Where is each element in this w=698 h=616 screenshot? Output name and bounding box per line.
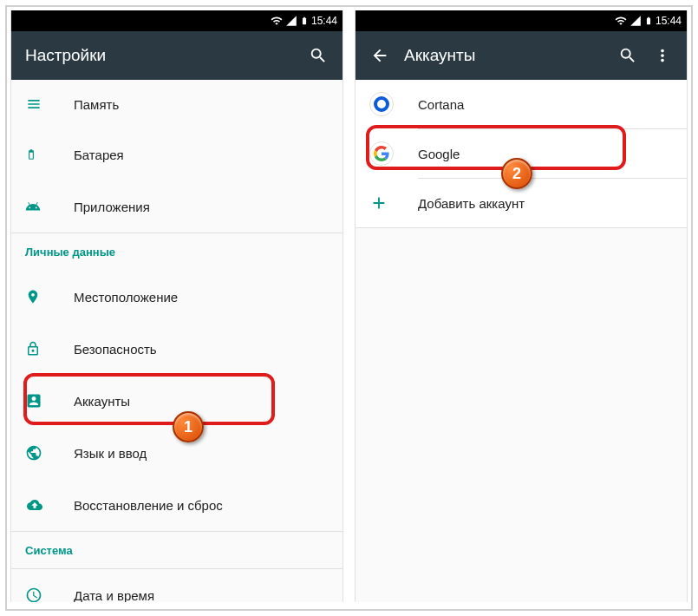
lock-icon: [25, 340, 41, 357]
label-battery: Батарея: [74, 147, 124, 162]
app-bar-accounts: Аккаунты: [356, 31, 687, 80]
clock-icon: [25, 587, 42, 602]
label-add: Добавить аккаунт: [418, 196, 525, 211]
page-title: Аккаунты: [404, 46, 610, 65]
arrow-back-icon: [370, 46, 389, 65]
page-title: Настройки: [25, 46, 301, 65]
overflow-button[interactable]: [645, 38, 680, 73]
row-google[interactable]: Google: [356, 129, 687, 178]
memory-icon: [25, 95, 42, 113]
row-datetime[interactable]: Дата и время: [11, 569, 342, 602]
cell-signal-icon: [630, 15, 642, 27]
label-cortana: Cortana: [418, 97, 464, 112]
row-battery[interactable]: Батарея: [11, 128, 342, 180]
row-memory[interactable]: Память: [11, 80, 342, 128]
back-button[interactable]: [362, 38, 397, 73]
globe-icon: [25, 444, 42, 462]
label-security: Безопасность: [74, 342, 157, 357]
label-memory: Память: [74, 97, 119, 112]
location-icon: [25, 287, 41, 306]
wifi-icon: [615, 15, 627, 27]
wifi-icon: [271, 15, 283, 27]
battery-icon: [644, 15, 653, 27]
battery-icon: [300, 15, 309, 27]
settings-list: Память Батарея Приложения Личные данные …: [11, 80, 342, 602]
plus-icon: [369, 193, 388, 213]
app-bar-settings: Настройки: [11, 31, 342, 80]
row-accounts[interactable]: Аккаунты: [11, 375, 342, 427]
account-icon: [25, 392, 42, 410]
more-vert-icon: [653, 46, 672, 65]
row-location[interactable]: Местоположение: [11, 271, 342, 323]
apps-icon: [25, 198, 41, 215]
phone-settings: 15:44 Настройки Память Батарея Приложени…: [10, 10, 343, 602]
row-cortana[interactable]: Cortana: [356, 80, 687, 128]
accounts-list: Cortana Google Добавить аккаунт: [356, 80, 687, 228]
status-time: 15:44: [656, 15, 682, 27]
status-bar: 15:44: [11, 10, 342, 31]
search-icon: [309, 46, 328, 65]
label-datetime: Дата и время: [74, 588, 154, 603]
label-backup: Восстановление и сброс: [74, 498, 223, 513]
row-add-account[interactable]: Добавить аккаунт: [356, 179, 687, 227]
label-accounts: Аккаунты: [74, 394, 130, 409]
section-personal: Личные данные: [11, 233, 342, 271]
row-backup[interactable]: Восстановление и сброс: [11, 479, 342, 531]
label-google: Google: [418, 147, 460, 161]
label-language: Язык и ввод: [74, 446, 147, 461]
label-apps: Приложения: [74, 200, 150, 214]
cell-signal-icon: [285, 15, 297, 27]
search-icon: [618, 46, 637, 65]
row-security[interactable]: Безопасность: [11, 323, 342, 375]
row-language[interactable]: Язык и ввод: [11, 427, 342, 479]
row-apps[interactable]: Приложения: [11, 180, 342, 233]
cloud-icon: [25, 497, 44, 513]
search-button[interactable]: [610, 38, 645, 73]
label-location: Местоположение: [74, 290, 178, 305]
battery-menu-icon: [25, 146, 37, 163]
divider: [356, 227, 687, 228]
phone-accounts: 15:44 Аккаунты Cortana Google: [355, 10, 688, 602]
cortana-icon: [369, 92, 394, 116]
status-time: 15:44: [311, 15, 337, 27]
search-button[interactable]: [301, 38, 336, 73]
google-icon: [369, 141, 394, 166]
status-bar: 15:44: [356, 10, 687, 31]
section-system: Система: [11, 531, 342, 569]
